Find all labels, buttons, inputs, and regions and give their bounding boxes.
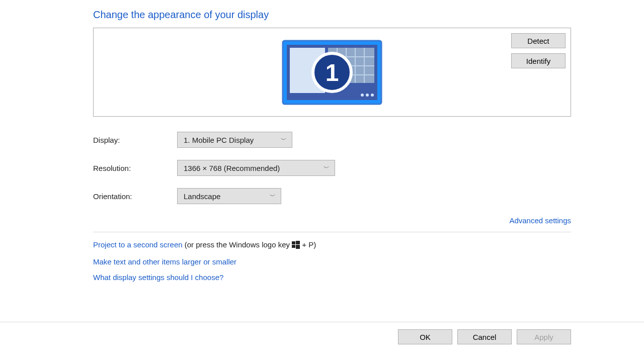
display-row: Display: 1. Mobile PC Display ﹀ — [93, 132, 571, 148]
display-preview-area: 1 Detect Identify — [93, 28, 571, 117]
display-settings-panel: Change the appearance of your display 1 — [93, 9, 571, 289]
cancel-button[interactable]: Cancel — [457, 329, 512, 344]
orientation-dropdown-value: Landscape — [184, 192, 220, 201]
footer-buttons: OK Cancel Apply — [0, 322, 644, 344]
chevron-down-icon: ﹀ — [281, 136, 287, 144]
svg-rect-15 — [292, 241, 295, 244]
orientation-label: Orientation: — [93, 192, 177, 201]
monitor-preview-1[interactable]: 1 — [282, 40, 382, 105]
detect-button[interactable]: Detect — [511, 33, 566, 48]
separator — [93, 232, 571, 232]
resolution-label: Resolution: — [93, 164, 177, 172]
chevron-down-icon: ﹀ — [270, 192, 276, 201]
orientation-dropdown[interactable]: Landscape ﹀ — [177, 188, 281, 204]
monitor-icon: 1 — [282, 40, 382, 105]
orientation-row: Orientation: Landscape ﹀ — [93, 188, 571, 204]
display-dropdown-value: 1. Mobile PC Display — [184, 136, 254, 144]
windows-logo-icon — [292, 241, 300, 250]
svg-rect-18 — [296, 245, 300, 249]
monitor-number: 1 — [326, 59, 339, 86]
display-label: Display: — [93, 136, 177, 144]
resolution-row: Resolution: 1366 × 768 (Recommended) ﹀ — [93, 160, 571, 176]
svg-point-12 — [366, 94, 369, 97]
project-second-screen-link[interactable]: Project to a second screen — [93, 240, 183, 249]
svg-rect-16 — [296, 241, 300, 244]
page-title: Change the appearance of your display — [93, 9, 571, 21]
ok-button[interactable]: OK — [398, 329, 452, 344]
display-dropdown[interactable]: 1. Mobile PC Display ﹀ — [177, 132, 292, 148]
text-size-link[interactable]: Make text and other items larger or smal… — [93, 257, 236, 266]
resolution-dropdown[interactable]: 1366 × 768 (Recommended) ﹀ — [177, 160, 335, 176]
project-suffix-before: (or press the Windows logo key — [183, 240, 292, 249]
advanced-settings-link[interactable]: Advanced settings — [509, 216, 571, 225]
svg-point-13 — [371, 94, 374, 97]
svg-rect-17 — [292, 245, 295, 248]
svg-point-11 — [361, 94, 364, 97]
project-suffix-after: + P) — [300, 240, 316, 249]
apply-button: Apply — [517, 329, 571, 344]
identify-button[interactable]: Identify — [511, 53, 566, 68]
chevron-down-icon: ﹀ — [324, 164, 330, 172]
project-helper: Project to a second screen (or press the… — [93, 240, 571, 250]
which-settings-link[interactable]: What display settings should I choose? — [93, 273, 223, 282]
resolution-dropdown-value: 1366 × 768 (Recommended) — [184, 164, 280, 172]
